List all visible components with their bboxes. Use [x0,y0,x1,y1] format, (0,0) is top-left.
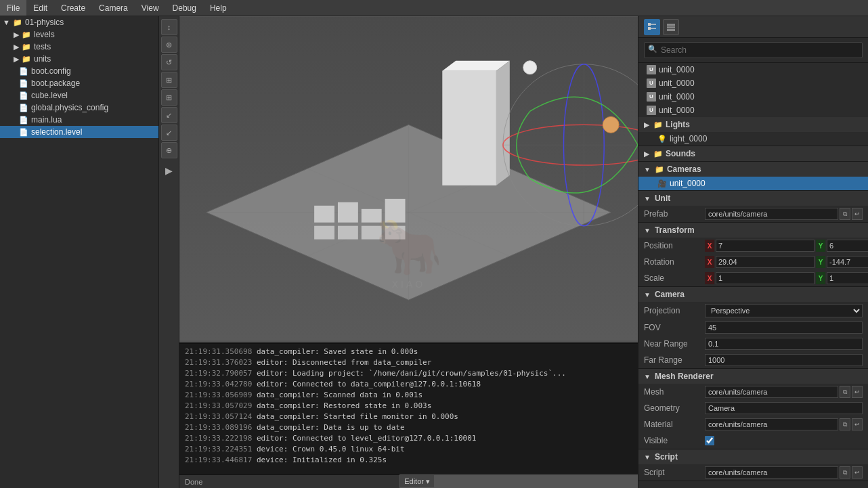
rotation-label: Rotation [644,257,705,267]
search-input[interactable] [644,42,863,58]
material-copy-btn[interactable]: ⧉ [840,418,850,430]
projection-row: Projection Perspective [638,302,868,319]
play-button[interactable]: ▶ [165,165,173,176]
script-nav-btn[interactable]: ↩ [852,466,863,479]
tool-snap1[interactable]: ↙ [161,107,177,123]
prefab-nav-btn[interactable]: ↩ [852,208,863,220]
svg-rect-15 [362,226,382,240]
mesh-input-wrap: ⧉ ↩ [705,386,863,398]
prefab-input[interactable] [705,208,838,220]
transform-expand-icon: ▼ [644,227,651,234]
lights-header[interactable]: ▶ 📁 Lights [638,117,868,132]
pos-y-label: Y [816,240,825,252]
viewport[interactable]: 🐂 XIAO 21:19:31.350698 data_compiler: Sa… [179,16,638,488]
tool-grid2[interactable]: ⊞ [161,89,177,106]
script-header[interactable]: ▼ Script [638,449,868,464]
script-copy-btn[interactable]: ⧉ [840,466,850,479]
editor-button[interactable]: Editor ▾ [399,474,435,488]
menu-create[interactable]: Create [54,0,92,16]
unit-props-header[interactable]: ▼ Unit [638,191,868,206]
tree-item-tests[interactable]: ▶ 📁 tests [0,41,158,53]
rtree-light-0[interactable]: 💡 light_0000 [638,132,868,146]
material-nav-btn[interactable]: ↩ [852,418,863,430]
log-msg: editor: Connected to data_compiler@127.0… [257,380,481,389]
svg-rect-11 [362,209,382,223]
lights-folder-icon: 📁 [653,120,663,129]
search-area [638,38,868,63]
script-input-wrap: ⧉ ↩ [705,466,863,479]
menu-view[interactable]: View [135,0,166,16]
tree-item-levels[interactable]: ▶ 📁 levels [0,28,158,41]
tree-item-cube-level[interactable]: 📄 cube.level [0,89,158,102]
tree-item-root[interactable]: ▼ 📁 01-physics [0,16,158,28]
far-range-input[interactable] [705,354,863,366]
tree-item-boot-package[interactable]: 📄 boot.package [0,77,158,89]
transform-header[interactable]: ▼ Transform [638,223,868,238]
rtree-unit-0[interactable]: U unit_0000 [638,63,868,76]
projection-select[interactable]: Perspective [705,304,863,317]
svg-rect-25 [648,27,651,30]
geometry-input[interactable] [705,402,863,414]
scale-y-input[interactable] [827,272,868,284]
rot-x-input[interactable] [716,256,815,268]
far-range-row: Far Range [638,352,868,368]
cameras-folder-icon: 📁 [655,165,664,174]
menu-file[interactable]: File [0,0,26,16]
log-line: 21:19:33.446817 device: Initialized in 0… [185,455,632,466]
tool-scale[interactable]: ↺ [161,54,177,70]
menu-camera[interactable]: Camera [92,0,135,16]
scale-x-input[interactable] [716,272,815,284]
tree-item-selection-level[interactable]: 📄 selection.level [0,126,158,138]
tool-move[interactable]: ↕ [161,19,177,35]
tree-item-global-physics[interactable]: 📄 global.physics_config [0,102,158,114]
sounds-folder-icon: 📁 [653,150,663,158]
mesh-input[interactable] [705,386,838,398]
tool-snap2[interactable]: ↙ [161,125,177,141]
cameras-header[interactable]: ▼ 📁 Cameras [638,162,868,177]
tab-scene-tree[interactable] [644,19,660,35]
tree-item-boot-config[interactable]: 📄 boot.config [0,65,158,77]
script-input[interactable] [705,466,838,479]
tree-item-main-lua[interactable]: 📄 main.lua [0,114,158,126]
tool-add[interactable]: ⊕ [161,142,177,158]
tree-item-units[interactable]: ▶ 📁 units [0,53,158,65]
scene-tree-units: U unit_0000 U unit_0000 U unit_0000 U un… [638,63,868,117]
svg-rect-24 [648,23,651,26]
camera-header[interactable]: ▼ Camera [638,287,868,302]
menu-debug[interactable]: Debug [166,0,203,16]
mesh-nav-btn[interactable]: ↩ [852,386,863,398]
transform-section: ▼ Transform Position X Y Z Rotation [638,223,868,287]
script-section: ▼ Script Script ⧉ ↩ [638,449,868,481]
tool-grid1[interactable]: ⊞ [161,72,177,88]
rtree-camera-0[interactable]: 🎥 unit_0000 [638,177,868,190]
rtree-unit-3[interactable]: U unit_0000 [638,104,868,117]
fov-input[interactable] [705,321,863,334]
rtree-unit-2[interactable]: U unit_0000 [638,90,868,104]
mesh-renderer-header[interactable]: ▼ Mesh Renderer [638,369,868,384]
tool-rotate[interactable]: ⊕ [161,37,177,53]
mesh-copy-btn[interactable]: ⧉ [840,386,850,398]
rtree-label-light-0: light_0000 [670,134,707,143]
log-msg: editor: Disconnected from data_compiler [257,358,431,367]
tab-layers[interactable] [663,19,679,35]
sounds-header[interactable]: ▶ 📁 Sounds [638,146,868,161]
rtree-unit-1[interactable]: U unit_0000 [638,76,868,90]
rot-x-label: X [705,256,714,268]
material-input[interactable] [705,418,838,430]
pos-x-input[interactable] [716,240,815,252]
rot-y-input[interactable] [827,256,868,268]
menu-edit[interactable]: Edit [26,0,54,16]
pos-y-input[interactable] [827,240,868,252]
near-range-input[interactable] [705,338,863,350]
near-range-row: Near Range [638,336,868,352]
camera-section: ▼ Camera Projection Perspective FOV Near… [638,287,868,369]
console-lines: 21:19:31.350698 data_compiler: Saved sta… [185,347,632,466]
mesh-row: Mesh ⧉ ↩ [638,384,868,400]
visible-checkbox[interactable] [705,436,714,445]
menu-help[interactable]: Help [203,0,234,16]
geometry-row: Geometry [638,400,868,416]
light-icon: 💡 [657,135,667,143]
log-msg: editor: Loading project: `/home/dani/git… [257,369,566,378]
mesh-renderer-label: Mesh Renderer [655,372,714,381]
prefab-copy-btn[interactable]: ⧉ [840,208,850,220]
